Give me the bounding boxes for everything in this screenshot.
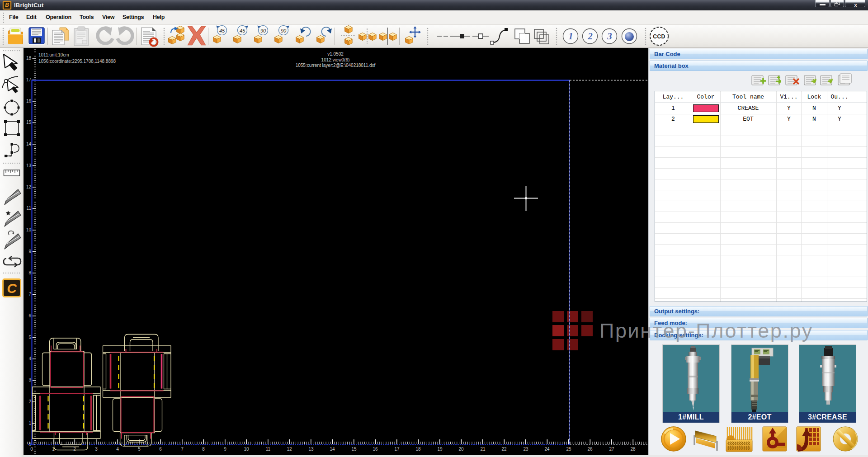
svg-text:1055:current layer:2@E:\040218: 1055:current layer:2@E:\040218011.dxf: [296, 63, 376, 68]
svg-text:23: 23: [523, 447, 528, 452]
svg-text:90: 90: [281, 28, 287, 33]
svg-text:45: 45: [219, 28, 225, 33]
svg-text:9: 9: [28, 249, 31, 254]
svg-text:26: 26: [587, 447, 593, 452]
svg-text:11: 11: [27, 206, 32, 211]
svg-text:2: 2: [28, 399, 31, 404]
svg-text:2: 2: [587, 31, 593, 42]
svg-text:20: 20: [458, 447, 464, 452]
svg-text:15: 15: [26, 120, 32, 125]
svg-text:2: 2: [73, 447, 76, 452]
svg-text:45: 45: [240, 28, 245, 33]
svg-text:0: 0: [30, 447, 33, 452]
svg-text:17: 17: [394, 447, 400, 452]
svg-text:v1.0502: v1.0502: [327, 52, 344, 57]
svg-text:1056:coordinate:2295.1708,1148: 1056:coordinate:2295.1708,1148.8898: [38, 59, 116, 64]
svg-text:8: 8: [202, 447, 205, 452]
svg-text:9: 9: [224, 447, 226, 452]
svg-text:CCD: CCD: [653, 33, 665, 40]
svg-text:21: 21: [480, 447, 486, 452]
svg-text:1012:view0(6): 1012:view0(6): [321, 57, 350, 62]
svg-text:10: 10: [244, 447, 249, 452]
svg-text:4: 4: [28, 356, 31, 361]
svg-text:10: 10: [26, 227, 32, 232]
svg-text:5: 5: [28, 335, 31, 340]
svg-text:6: 6: [159, 447, 162, 452]
svg-text:90: 90: [260, 28, 266, 33]
svg-text:3: 3: [28, 377, 31, 382]
svg-text:1: 1: [28, 421, 31, 426]
svg-text:18: 18: [415, 447, 421, 452]
svg-text:13: 13: [308, 447, 314, 452]
svg-text:25: 25: [566, 447, 571, 452]
svg-text:17: 17: [26, 77, 32, 82]
svg-text:27: 27: [609, 447, 614, 452]
svg-text:18: 18: [26, 56, 32, 61]
svg-text:1: 1: [568, 31, 573, 42]
svg-text:6: 6: [28, 313, 31, 318]
svg-text:19: 19: [437, 447, 443, 452]
svg-text:14: 14: [330, 447, 335, 452]
svg-text:7: 7: [28, 292, 31, 297]
svg-text:5: 5: [138, 447, 141, 452]
svg-text:24: 24: [544, 447, 550, 452]
svg-text:22: 22: [501, 447, 507, 452]
svg-text:C: C: [7, 281, 17, 296]
svg-text:4: 4: [116, 447, 119, 452]
svg-text:13: 13: [26, 163, 32, 168]
svg-text:8: 8: [28, 270, 31, 275]
svg-text:3: 3: [95, 447, 98, 452]
svg-text:15: 15: [351, 447, 357, 452]
svg-text:12: 12: [287, 447, 292, 452]
svg-text:14: 14: [26, 141, 32, 146]
svg-text:16: 16: [26, 99, 32, 104]
svg-text:7: 7: [181, 447, 184, 452]
svg-text:1011:unit:10cm: 1011:unit:10cm: [38, 52, 69, 57]
svg-text:1: 1: [52, 447, 55, 452]
svg-text:3: 3: [607, 31, 612, 42]
svg-text:16: 16: [373, 447, 378, 452]
svg-text:12: 12: [26, 184, 32, 189]
svg-text:11: 11: [266, 447, 271, 452]
svg-text:28: 28: [630, 447, 636, 452]
